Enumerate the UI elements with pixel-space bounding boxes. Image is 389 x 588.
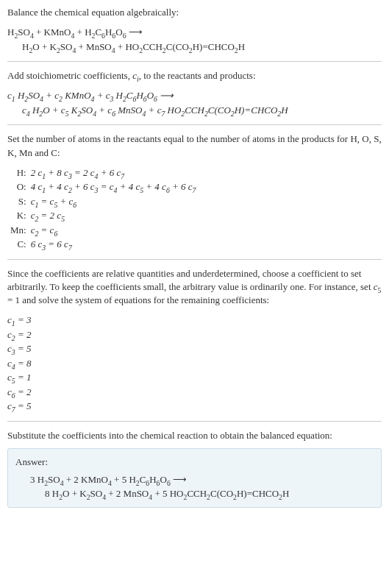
- atom-equation: c2 = 2 c5: [31, 208, 196, 223]
- divider: [7, 259, 382, 260]
- coeff-row: c3 = 5: [7, 341, 382, 356]
- eq1-line2: H2O + K2SO4 + MnSO4 + HO2CCH2C(CO2H)=CHC…: [7, 40, 382, 54]
- equation-1: H2SO4 + KMnO4 + H2C6H6O6 ⟶ H2O + K2SO4 +…: [7, 25, 382, 54]
- atom-equation: c1 = c5 + c6: [31, 194, 196, 209]
- atom-row: C: 6 c3 = 6 c7: [10, 237, 196, 252]
- eq2-line1: c1 H2SO4 + c2 KMnO4 + c3 H2C6H6O6 ⟶: [7, 90, 174, 101]
- equation-2: c1 H2SO4 + c2 KMnO4 + c3 H2C6H6O6 ⟶ c4 H…: [7, 88, 382, 117]
- answer-line1: 3 H2SO4 + 2 KMnO4 + 5 H2C6H6O6 ⟶: [30, 474, 187, 485]
- eq1-line1: H2SO4 + KMnO4 + H2C6H6O6 ⟶: [7, 26, 143, 38]
- answer-box: Answer: 3 H2SO4 + 2 KMnO4 + 5 H2C6H6O6 ⟶…: [7, 448, 382, 508]
- eq2-line2: c4 H2O + c5 K2SO4 + c6 MnSO4 + c7 HO2CCH…: [7, 103, 382, 118]
- stoich-intro: Add stoichiometric coefficients, ci, to …: [7, 69, 382, 82]
- atom-row: K: c2 = 2 c5: [10, 208, 196, 223]
- atom-equation: c2 = c6: [31, 223, 196, 238]
- atom-label: H:: [10, 166, 31, 180]
- intro-text: Balance the chemical equation algebraica…: [7, 6, 382, 19]
- atom-row: Mn: c2 = c6: [10, 223, 196, 238]
- atom-label: K:: [10, 208, 31, 223]
- atom-label: O:: [10, 180, 31, 194]
- atom-label: C:: [10, 237, 31, 252]
- coeff-row: c6 = 2: [7, 385, 382, 400]
- atom-equation: 4 c1 + 4 c2 + 6 c3 = c4 + 4 c5 + 4 c6 + …: [31, 180, 196, 194]
- divider: [7, 61, 382, 62]
- coeff-row: c1 = 3: [7, 313, 382, 327]
- atom-label: Mn:: [10, 223, 31, 238]
- coeff-row: c7 = 5: [7, 399, 382, 414]
- atom-equation: 6 c3 = 6 c7: [31, 237, 196, 252]
- atom-label: S:: [10, 194, 31, 209]
- coeff-row: c2 = 2: [7, 327, 382, 342]
- coeff-row: c4 = 8: [7, 356, 382, 371]
- atoms-table: H: 2 c1 + 8 c3 = 2 c4 + 6 c7 O: 4 c1 + 4…: [10, 166, 196, 252]
- divider: [7, 124, 382, 125]
- atom-row: S: c1 = c5 + c6: [10, 194, 196, 209]
- answer-equation: 3 H2SO4 + 2 KMnO4 + 5 H2C6H6O6 ⟶ 8 H2O +…: [15, 472, 374, 501]
- subst-intro: Substitute the coefficients into the che…: [7, 429, 382, 442]
- atom-equation: 2 c1 + 8 c3 = 2 c4 + 6 c7: [31, 166, 196, 180]
- solve-intro: Since the coefficients are relative quan…: [7, 267, 382, 308]
- answer-line2: 8 H2O + K2SO4 + 2 MnSO4 + 5 HO2CCH2C(CO2…: [30, 486, 374, 501]
- atom-row: O: 4 c1 + 4 c2 + 6 c3 = c4 + 4 c5 + 4 c6…: [10, 180, 196, 194]
- coefficients-list: c1 = 3 c2 = 2 c3 = 5 c4 = 8 c5 = 1 c6 = …: [7, 313, 382, 414]
- set-intro: Set the number of atoms in the reactants…: [7, 132, 382, 159]
- divider: [7, 421, 382, 422]
- atom-row: H: 2 c1 + 8 c3 = 2 c4 + 6 c7: [10, 166, 196, 180]
- answer-label: Answer:: [15, 455, 374, 470]
- coeff-row: c5 = 1: [7, 370, 382, 385]
